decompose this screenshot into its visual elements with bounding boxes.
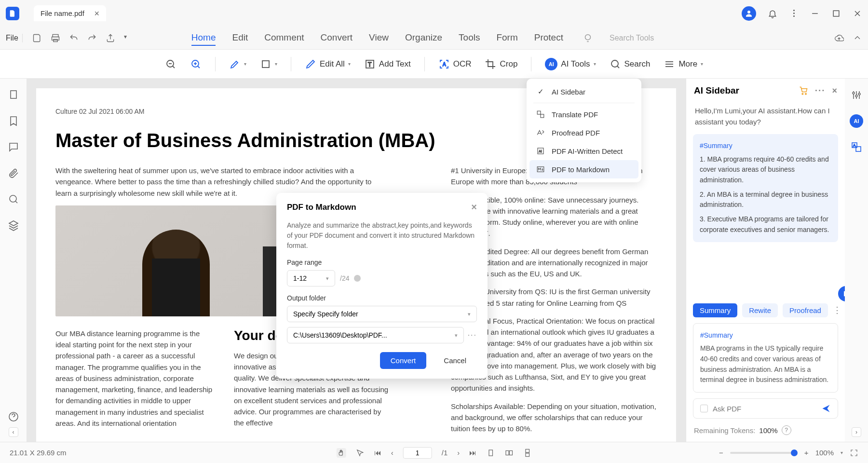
cloud-upload-icon[interactable]	[834, 33, 844, 43]
tab-view[interactable]: View	[369, 30, 389, 46]
undo-icon[interactable]	[69, 33, 79, 43]
ai-rail-icon[interactable]: AI	[850, 114, 863, 128]
summary2-tag: #Summary	[700, 330, 831, 341]
dd-ai-sidebar[interactable]: ✓AI Sidebar	[527, 82, 641, 101]
close-tab-icon[interactable]: ×	[94, 8, 99, 18]
select-tool-icon[interactable]	[356, 449, 365, 457]
page-total: /1	[442, 449, 448, 457]
add-text-button[interactable]: TAdd Text	[364, 58, 411, 70]
lightbulb-icon[interactable]	[583, 33, 593, 43]
bell-icon[interactable]	[768, 9, 777, 18]
attachment-icon[interactable]	[8, 167, 19, 179]
page-range-select[interactable]: 1-12▾	[287, 270, 335, 286]
tab-edit[interactable]: Edit	[232, 30, 248, 46]
cancel-button[interactable]: Cancel	[433, 352, 477, 369]
svg-point-36	[853, 92, 854, 94]
zoom-dropdown-icon[interactable]: ▾	[841, 450, 843, 455]
redo-icon[interactable]	[87, 33, 97, 43]
tab-home[interactable]: Home	[191, 30, 216, 46]
quick-dropdown-icon[interactable]: ▾	[124, 33, 134, 43]
ai-sidebar: AI Sidebar ··· × Hello,I'm Lumi,your AI …	[686, 79, 845, 442]
help-icon[interactable]	[8, 411, 19, 422]
edit-all-button[interactable]: Edit All▾	[305, 58, 351, 70]
send-icon[interactable]	[821, 404, 831, 413]
dd-proofread[interactable]: Proofread PDF	[527, 123, 641, 142]
close-window-icon[interactable]	[853, 9, 862, 18]
hand-tool-icon[interactable]	[337, 448, 346, 458]
search-button[interactable]: Search	[610, 58, 651, 70]
search-panel-icon[interactable]	[8, 193, 19, 205]
crop-button[interactable]: Crop	[485, 58, 517, 70]
summary-tag: #Summary	[700, 141, 831, 151]
browse-button[interactable]: ···	[468, 331, 477, 340]
modal-close-icon[interactable]: ×	[471, 202, 477, 213]
convert-button[interactable]: Convert	[380, 352, 427, 369]
prev-page-icon[interactable]: ‹	[391, 449, 393, 457]
continuous-icon[interactable]	[523, 449, 531, 457]
maximize-icon[interactable]	[831, 9, 841, 18]
output-folder-select[interactable]: Specify Specify folder▾	[287, 306, 477, 322]
dd-translate[interactable]: Translate PDF	[527, 105, 641, 123]
dd-ai-detect[interactable]: AIPDF AI-Written Detect	[527, 142, 641, 160]
sidebar-close-icon[interactable]: ×	[832, 86, 837, 96]
output-path-field[interactable]: C:\Users\13609\Desktop\PDF...▾	[287, 327, 464, 343]
svg-rect-2	[833, 11, 839, 16]
zoom-in-icon[interactable]: +	[804, 449, 809, 457]
zoom-out-icon[interactable]: −	[719, 449, 723, 457]
tab-tools[interactable]: Tools	[459, 30, 480, 46]
sidebar-menu-icon[interactable]: ···	[815, 85, 826, 96]
layers-icon[interactable]	[8, 219, 19, 231]
chip-proofread[interactable]: Proofread	[783, 303, 828, 317]
chip-more-icon[interactable]: ⋮	[833, 305, 841, 315]
ai-tools-button[interactable]: AIAI Tools▾	[545, 58, 596, 70]
search-tools-input[interactable]: Search Tools	[610, 34, 654, 42]
share-icon[interactable]	[106, 33, 115, 43]
dd-pdf-markdown[interactable]: PDF to Markdown	[529, 160, 638, 178]
ocr-button[interactable]: AOCR	[438, 58, 472, 70]
print-icon[interactable]	[51, 33, 60, 43]
bookmark-icon[interactable]	[8, 115, 19, 127]
tab-protect[interactable]: Protect	[534, 30, 563, 46]
chip-rewrite[interactable]: Rewite	[742, 303, 778, 317]
range-indicator-icon	[354, 275, 361, 282]
account-avatar-icon[interactable]	[742, 6, 756, 21]
ask-pdf-input[interactable]	[713, 405, 816, 413]
zoom-out-button[interactable]	[165, 58, 176, 70]
translate-icon[interactable]: A	[851, 141, 862, 153]
minimize-icon[interactable]	[810, 9, 820, 18]
first-page-icon[interactable]: ⏮	[374, 449, 381, 457]
tab-form[interactable]: Form	[496, 30, 517, 46]
collapse-ribbon-icon[interactable]	[853, 33, 862, 43]
two-page-icon[interactable]	[504, 449, 513, 457]
more-button[interactable]: More▾	[664, 58, 703, 70]
last-page-icon[interactable]: ⏭	[469, 449, 476, 457]
app-logo-icon[interactable]	[6, 7, 19, 20]
save-icon[interactable]	[32, 33, 42, 43]
left-rail-collapse-icon[interactable]: ‹	[9, 427, 18, 437]
shape-button[interactable]: ▾	[260, 58, 277, 70]
thumbnails-icon[interactable]	[8, 89, 19, 101]
right-item-5: Scholarships Available: Depending on you…	[451, 401, 657, 435]
ai-detect-dd-icon: AI	[536, 147, 545, 155]
single-page-icon[interactable]	[486, 449, 495, 457]
properties-icon[interactable]	[851, 89, 862, 101]
file-tab[interactable]: File name.pdf ×	[34, 5, 106, 21]
next-page-icon[interactable]: ›	[457, 449, 460, 457]
fullscreen-icon[interactable]	[850, 449, 858, 457]
tokens-help-icon[interactable]: ?	[782, 425, 791, 435]
zoom-slider[interactable]	[730, 452, 798, 454]
right-rail-collapse-icon[interactable]: ›	[852, 427, 861, 437]
comment-icon[interactable]	[8, 141, 19, 153]
tab-comment[interactable]: Comment	[264, 30, 304, 46]
svg-rect-26	[11, 91, 16, 98]
tab-organize[interactable]: Organize	[405, 30, 442, 46]
ask-checkbox[interactable]	[700, 405, 708, 412]
cart-icon[interactable]	[799, 86, 808, 95]
tab-convert[interactable]: Convert	[321, 30, 353, 46]
zoom-in-button[interactable]	[190, 58, 202, 70]
kebab-menu-icon[interactable]	[789, 9, 799, 18]
chip-summary[interactable]: Summary	[693, 303, 737, 317]
highlighter-button[interactable]: ▾	[229, 58, 246, 70]
file-menu[interactable]: File	[6, 34, 23, 42]
page-number-input[interactable]	[403, 447, 432, 459]
